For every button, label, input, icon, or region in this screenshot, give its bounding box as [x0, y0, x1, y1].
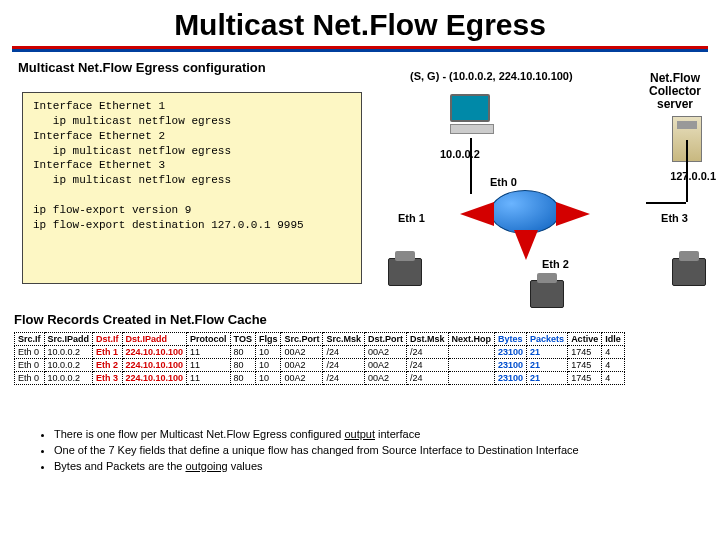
- table-cell: 10: [255, 359, 281, 372]
- table-cell: /24: [407, 346, 449, 359]
- table-cell: Eth 1: [93, 346, 123, 359]
- router-icon: [490, 190, 560, 234]
- underlined-term: output: [344, 428, 375, 440]
- source-ip-label: 10.0.0.2: [440, 148, 480, 160]
- table-cell: 00A2: [365, 359, 407, 372]
- server-ip-label: 127.0.0.1: [670, 170, 716, 182]
- col-header: Packets: [527, 333, 568, 346]
- table-cell: 224.10.10.100: [122, 359, 187, 372]
- table-cell: /24: [323, 346, 365, 359]
- table-cell: 224.10.10.100: [122, 346, 187, 359]
- table-cell: 21: [527, 346, 568, 359]
- table-cell: Eth 2: [93, 359, 123, 372]
- cache-subtitle: Flow Records Created in Net.Flow Cache: [14, 312, 267, 327]
- table-cell: [448, 372, 495, 385]
- table-cell: 00A2: [365, 346, 407, 359]
- table-cell: 10: [255, 372, 281, 385]
- config-box: Interface Ethernet 1 ip multicast netflo…: [22, 92, 362, 284]
- table-cell: 11: [187, 359, 231, 372]
- table-cell: [448, 346, 495, 359]
- table-cell: Eth 0: [15, 346, 45, 359]
- eth0-label: Eth 0: [490, 176, 517, 188]
- table-header-row: Src.IfSrc.IPaddDst.IfDst.IPaddProtocolTO…: [15, 333, 625, 346]
- table-cell: 00A2: [281, 346, 323, 359]
- list-item: There is one flow per Multicast Net.Flow…: [54, 427, 710, 442]
- col-header: Bytes: [495, 333, 527, 346]
- col-header: Dst.IPadd: [122, 333, 187, 346]
- table-cell: 00A2: [281, 372, 323, 385]
- slide-title: Multicast Net.Flow Egress: [0, 0, 720, 46]
- table-cell: 23100: [495, 346, 527, 359]
- col-header: Flgs: [255, 333, 281, 346]
- table-cell: 10: [255, 346, 281, 359]
- table-cell: 21: [527, 359, 568, 372]
- link-line: [646, 202, 686, 204]
- table-cell: 80: [230, 346, 255, 359]
- ip-phone-icon: [672, 258, 706, 286]
- table-cell: Eth 0: [15, 372, 45, 385]
- table-cell: 23100: [495, 372, 527, 385]
- col-header: Idle: [602, 333, 625, 346]
- ip-phone-icon: [388, 258, 422, 286]
- eth2-label: Eth 2: [542, 258, 569, 270]
- flow-records-table: Src.IfSrc.IPaddDst.IfDst.IPaddProtocolTO…: [14, 332, 625, 385]
- col-header: Next.Hop: [448, 333, 495, 346]
- eth3-label: Eth 3: [661, 212, 688, 224]
- link-line: [470, 138, 472, 194]
- egress-arrow-icon: [556, 202, 590, 226]
- table-cell: 10.0.0.2: [44, 346, 93, 359]
- table-cell: 10.0.0.2: [44, 372, 93, 385]
- table-cell: [448, 359, 495, 372]
- col-header: Src.Port: [281, 333, 323, 346]
- col-header: Dst.Port: [365, 333, 407, 346]
- table-cell: Eth 0: [15, 359, 45, 372]
- table-row: Eth 010.0.0.2Eth 2224.10.10.10011801000A…: [15, 359, 625, 372]
- table-cell: 1745: [568, 359, 602, 372]
- table-cell: /24: [323, 359, 365, 372]
- underlined-term: outgoing: [185, 460, 227, 472]
- table-cell: 21: [527, 372, 568, 385]
- col-header: Protocol: [187, 333, 231, 346]
- col-header: TOS: [230, 333, 255, 346]
- table-cell: 4: [602, 346, 625, 359]
- table-cell: 00A2: [365, 372, 407, 385]
- table-cell: 10.0.0.2: [44, 359, 93, 372]
- col-header: Active: [568, 333, 602, 346]
- table-cell: 23100: [495, 359, 527, 372]
- table-cell: /24: [407, 372, 449, 385]
- table-cell: 11: [187, 346, 231, 359]
- egress-arrow-icon: [514, 230, 538, 260]
- table-row: Eth 010.0.0.2Eth 3224.10.10.10011801000A…: [15, 372, 625, 385]
- table-cell: 00A2: [281, 359, 323, 372]
- col-header: Src.Msk: [323, 333, 365, 346]
- table-cell: 4: [602, 372, 625, 385]
- table-cell: Eth 3: [93, 372, 123, 385]
- list-item: One of the 7 Key fields that define a un…: [54, 443, 710, 458]
- table-cell: 1745: [568, 372, 602, 385]
- collector-label: Net.Flow Collector server: [640, 72, 710, 112]
- egress-arrow-icon: [460, 202, 494, 226]
- table-cell: 80: [230, 359, 255, 372]
- table-cell: 224.10.10.100: [122, 372, 187, 385]
- table-cell: 11: [187, 372, 231, 385]
- notes-list: There is one flow per Multicast Net.Flow…: [14, 427, 710, 475]
- table-cell: /24: [407, 359, 449, 372]
- table-cell: /24: [323, 372, 365, 385]
- list-item: Bytes and Packets are the outgoing value…: [54, 459, 710, 474]
- title-rule: [12, 46, 708, 52]
- table-cell: 4: [602, 359, 625, 372]
- col-header: Dst.If: [93, 333, 123, 346]
- source-pc-icon: [450, 94, 496, 138]
- eth1-label: Eth 1: [398, 212, 425, 224]
- col-header: Src.IPadd: [44, 333, 93, 346]
- col-header: Dst.Msk: [407, 333, 449, 346]
- network-diagram: (S, G) - (10.0.0.2, 224.10.10.100) Net.F…: [370, 70, 710, 300]
- sg-label: (S, G) - (10.0.0.2, 224.10.10.100): [410, 70, 573, 82]
- ip-phone-icon: [530, 280, 564, 308]
- table-cell: 1745: [568, 346, 602, 359]
- col-header: Src.If: [15, 333, 45, 346]
- table-row: Eth 010.0.0.2Eth 1224.10.10.10011801000A…: [15, 346, 625, 359]
- table-cell: 80: [230, 372, 255, 385]
